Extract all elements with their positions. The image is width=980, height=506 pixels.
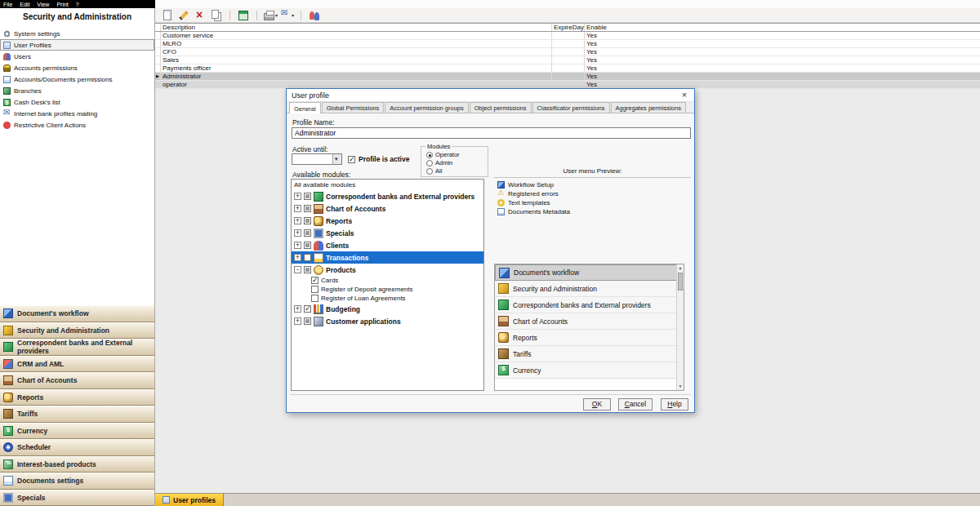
checkbox-icon[interactable] xyxy=(304,205,311,212)
checkbox-icon[interactable] xyxy=(304,242,311,249)
sidebar-item-system-settings[interactable]: System settings xyxy=(0,28,154,39)
list-item-documents-workflow[interactable]: Document's workflow xyxy=(495,264,684,281)
edit-button[interactable] xyxy=(177,9,190,22)
column-expireday[interactable]: ExpireDay xyxy=(552,24,585,31)
menu-help[interactable]: ? xyxy=(76,2,79,7)
group-scheduler[interactable]: Scheduler xyxy=(0,439,154,456)
group-tariffs[interactable]: Tariffs xyxy=(0,406,154,423)
checkbox-icon[interactable] xyxy=(348,156,355,163)
column-description[interactable]: Description xyxy=(161,24,552,31)
list-item-reports[interactable]: Reports xyxy=(495,330,684,346)
tree-node-products[interactable]: - Products xyxy=(292,264,483,276)
group-security-and-administration[interactable]: Security and Administration xyxy=(0,322,154,340)
menu-edit[interactable]: Edit xyxy=(20,2,29,7)
tree-node-customer-applications[interactable]: + Customer applications xyxy=(292,315,483,327)
tree-node-clients[interactable]: + Clients xyxy=(292,239,483,251)
table-row[interactable]: CFO Yes xyxy=(155,48,980,56)
table-row[interactable]: Sales Yes xyxy=(155,56,980,64)
ok-button[interactable]: OK xyxy=(583,398,611,411)
tree-root[interactable]: All available modules xyxy=(292,180,483,190)
expand-icon[interactable]: + xyxy=(294,193,301,200)
list-item-tariffs[interactable]: Tariffs xyxy=(495,346,684,362)
radio-icon[interactable] xyxy=(426,168,433,175)
expand-icon[interactable]: + xyxy=(294,229,301,237)
tab-general[interactable]: General xyxy=(289,102,321,113)
sidebar-item-accounts-permissions[interactable]: Accounts permissions xyxy=(0,62,154,73)
group-crm-and-aml[interactable]: CRM and AML xyxy=(0,356,154,373)
expand-icon[interactable]: + xyxy=(294,305,301,313)
radio-all[interactable]: All xyxy=(426,167,488,175)
tab-account-permission-groups[interactable]: Account permission groups xyxy=(385,102,468,113)
group-correspondent-banks[interactable]: Correspondent banks and External provide… xyxy=(0,339,154,356)
radio-admin[interactable]: Admin xyxy=(426,159,488,166)
sidebar-item-user-profiles[interactable]: User Profiles xyxy=(0,39,154,51)
expand-icon[interactable]: + xyxy=(294,254,301,261)
new-button[interactable] xyxy=(161,9,174,22)
delete-button[interactable] xyxy=(194,9,207,22)
menu-print[interactable]: Print xyxy=(56,2,68,7)
checkbox-icon[interactable] xyxy=(311,277,318,284)
list-item-chart-of-accounts[interactable]: Chart of Accounts xyxy=(495,313,684,330)
group-documents-workflow[interactable]: Document's workflow xyxy=(0,305,154,322)
radio-operator[interactable]: Operator xyxy=(426,151,488,158)
copy-button[interactable] xyxy=(210,9,223,22)
tab-aggregates-permissions[interactable]: Aggregates permissions xyxy=(611,102,686,113)
sidebar-item-restrictive-client-actions[interactable]: Restrictive Client Actions xyxy=(0,119,154,131)
tree-node-register-of-loan-agreements[interactable]: Register of Loan Agreements xyxy=(292,294,483,303)
scroll-up-icon[interactable] xyxy=(677,264,684,272)
print-menu-button[interactable]: ▾ xyxy=(264,9,278,22)
group-chart-of-accounts[interactable]: Chart of Accounts xyxy=(0,372,154,389)
tab-user-profiles[interactable]: User profiles xyxy=(155,494,224,506)
scroll-thumb[interactable] xyxy=(678,273,683,291)
tree-node-budgeting[interactable]: + Budgeting xyxy=(292,303,483,315)
table-row-selected[interactable]: ▶ Administrator Yes xyxy=(155,73,980,81)
cancel-button[interactable]: Cancel xyxy=(618,398,653,411)
sidebar-item-users[interactable]: Users xyxy=(0,51,154,62)
sidebar-item-internet-bank-profiles-mailing[interactable]: Internet bank profiles mailing xyxy=(0,108,154,119)
checkbox-icon[interactable] xyxy=(304,305,311,313)
tree-node-chart-of-accounts[interactable]: + Chart of Accounts xyxy=(292,202,483,215)
group-documents-settings[interactable]: Documents settings xyxy=(0,473,154,490)
menu-view[interactable]: View xyxy=(37,2,49,7)
group-reports[interactable]: Reports xyxy=(0,389,154,406)
sidebar-item-cash-desks-list[interactable]: Cash Desk's list xyxy=(0,96,154,108)
scroll-down-icon[interactable] xyxy=(677,383,684,390)
menu-file[interactable]: File xyxy=(3,2,12,7)
group-currency[interactable]: Currency xyxy=(0,423,154,440)
sidebar-item-accounts-documents-permissions[interactable]: Accounts/Documents permissions xyxy=(0,73,154,85)
tree-node-register-of-deposit-agreements[interactable]: Register of Deposit agreements xyxy=(292,285,483,294)
tab-global-permissions[interactable]: Global Permissions xyxy=(322,102,385,113)
expand-icon[interactable]: + xyxy=(294,217,301,224)
tab-object-permissions[interactable]: Object permissions xyxy=(470,102,532,113)
tree-node-correspondent-banks[interactable]: + Correspondent banks and External provi… xyxy=(292,190,483,202)
checkbox-icon[interactable] xyxy=(311,295,318,302)
sidebar-item-branches[interactable]: Branches xyxy=(0,85,154,96)
close-icon[interactable] xyxy=(679,91,689,100)
profile-is-active-checkbox[interactable]: Profile is active xyxy=(348,155,409,163)
chevron-down-icon[interactable] xyxy=(332,154,341,164)
table-row[interactable]: Customer service Yes xyxy=(155,32,980,40)
expand-icon[interactable]: + xyxy=(294,205,301,212)
active-until-combobox[interactable] xyxy=(292,153,342,165)
profile-name-input[interactable] xyxy=(292,127,691,139)
checkbox-icon[interactable] xyxy=(304,317,311,325)
list-item-correspondent-banks[interactable]: Correspondent banks and External provide… xyxy=(495,297,684,313)
group-specials[interactable]: Specials xyxy=(0,490,154,506)
checkbox-icon[interactable] xyxy=(304,217,311,224)
expand-icon[interactable]: + xyxy=(294,317,301,325)
column-enable[interactable]: Enable xyxy=(585,24,980,31)
table-row[interactable]: Payments officer Yes xyxy=(155,64,980,73)
user-groups-button[interactable] xyxy=(308,9,321,22)
checkbox-icon[interactable] xyxy=(304,266,311,273)
radio-icon[interactable] xyxy=(426,160,433,166)
tab-classificator-permissions[interactable]: Classificator permissions xyxy=(532,102,610,113)
checkbox-icon[interactable] xyxy=(304,193,311,200)
tree-node-reports[interactable]: + Reports xyxy=(292,215,483,227)
collapse-icon[interactable]: - xyxy=(294,266,301,273)
export-menu-button[interactable]: ▾ xyxy=(281,9,294,22)
scrollbar[interactable] xyxy=(676,264,684,390)
tree-node-cards[interactable]: Cards xyxy=(292,276,483,285)
tree-node-specials[interactable]: + Specials xyxy=(292,227,483,239)
table-row[interactable]: MLRO Yes xyxy=(155,40,980,48)
list-item-currency[interactable]: Currency xyxy=(495,362,684,379)
